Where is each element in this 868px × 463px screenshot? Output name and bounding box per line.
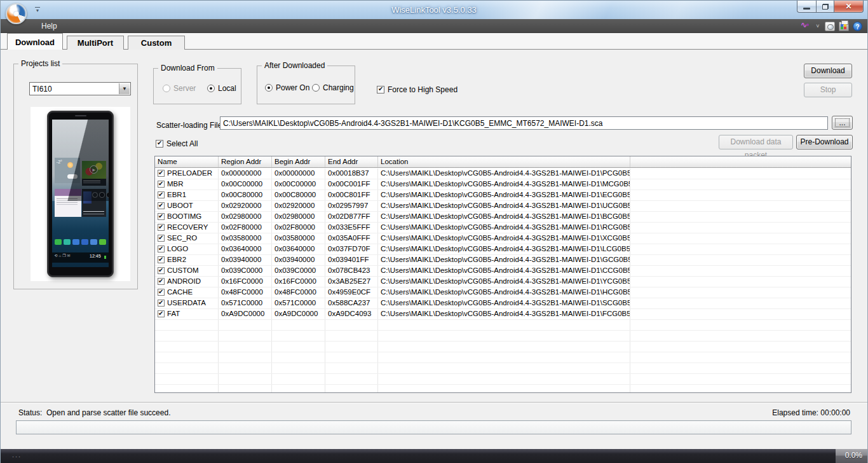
force-high-speed-checkbox[interactable]: Force to High Speed: [377, 85, 458, 94]
close-button[interactable]: ✕: [834, 1, 864, 13]
stop-button[interactable]: Stop: [804, 83, 852, 97]
row-checkbox[interactable]: [158, 300, 165, 307]
table-cell-begin: 0xA9DC0000: [272, 309, 325, 319]
tab-download[interactable]: Download: [7, 33, 63, 50]
table-row[interactable]: CACHE0x48FC00000x48FC00000x4959E0CFC:\Us…: [155, 287, 851, 298]
table-cell-begin: 0x02F80000: [272, 223, 325, 233]
download-button[interactable]: Download: [804, 64, 852, 78]
row-checkbox[interactable]: [158, 170, 165, 177]
table-cell-begin: 0x02980000: [272, 212, 325, 222]
row-checkbox[interactable]: [158, 181, 165, 188]
title-bar[interactable]: WiseLinkTool v3.5.0.33 ✕: [1, 0, 867, 19]
monitor-icon[interactable]: [825, 22, 835, 31]
table-cell-end: [325, 385, 378, 392]
table-row[interactable]: SEC_RO0x035800000x035800000x035A0FFFC:\U…: [155, 233, 851, 244]
row-checkbox[interactable]: [158, 289, 165, 296]
minimize-button[interactable]: [797, 1, 816, 13]
bottom-bar-dots: ...: [12, 451, 22, 459]
pre-download-button[interactable]: Pre-Download: [796, 135, 853, 149]
table-cell-region: [219, 374, 272, 384]
scatter-file-input[interactable]: [220, 116, 828, 130]
progress-percent: 0.0%: [836, 449, 867, 463]
table-cell-name: ANDROID: [155, 277, 219, 287]
table-cell-end: [325, 342, 378, 352]
signal-icon[interactable]: [801, 22, 811, 31]
row-checkbox[interactable]: [158, 224, 165, 231]
table-cell-filler: [630, 266, 851, 276]
column-header-region-addr[interactable]: Region Addr: [219, 156, 272, 167]
table-row[interactable]: EBR10x00C800000x00C800000x00C801FFC:\Use…: [155, 190, 851, 201]
radio-charging[interactable]: Charging: [312, 83, 354, 92]
column-header-end-addr[interactable]: End Addr: [325, 156, 378, 167]
table-row[interactable]: RECOVERY0x02F800000x02F800000x033E5FFFC:…: [155, 223, 851, 233]
table-row[interactable]: LOGO0x036400000x036400000x037FD70FC:\Use…: [155, 244, 851, 255]
help-menu[interactable]: Help: [36, 19, 62, 33]
progress-bar: [16, 420, 851, 434]
projects-dropdown-value: TI610: [32, 85, 52, 93]
tab-custom[interactable]: Custom: [128, 36, 185, 50]
table-cell-location: C:\Users\MAIKL\Desktop\vCG0B5-Android4.4…: [378, 169, 630, 179]
radio-power-on[interactable]: Power On: [265, 83, 309, 92]
table-cell-region: [219, 320, 272, 330]
table-row[interactable]: UBOOT0x029200000x029200000x02957997C:\Us…: [155, 201, 851, 212]
app-logo-icon[interactable]: [6, 3, 27, 24]
dropdown-arrow-icon[interactable]: ▼: [119, 83, 130, 94]
row-checkbox[interactable]: [158, 278, 165, 285]
table-row[interactable]: USERDATA0x571C00000x571C00000x588CA237C:…: [155, 298, 851, 309]
restore-button[interactable]: [816, 1, 834, 13]
table-cell-end: 0x035A0FFF: [325, 233, 378, 244]
table-cell-name: LOGO: [155, 244, 219, 254]
radio-server[interactable]: Server: [163, 84, 196, 93]
column-header-name[interactable]: Name: [155, 156, 219, 167]
row-checkbox[interactable]: [158, 245, 165, 252]
column-header-location[interactable]: Location: [378, 156, 630, 167]
row-checkbox[interactable]: [158, 202, 165, 209]
table-cell-name: EBR2: [155, 255, 219, 265]
printer-icon[interactable]: [839, 22, 849, 31]
partition-table-body: PRELOADER0x000000000x000000000x00018B37C…: [155, 169, 851, 392]
table-row[interactable]: ANDROID0x16FC00000x16FC00000x3AB25E27C:\…: [155, 277, 851, 287]
table-cell-name: [155, 374, 219, 384]
row-checkbox[interactable]: [158, 256, 165, 263]
select-all-check-icon: [156, 140, 163, 148]
table-row[interactable]: PRELOADER0x000000000x000000000x00018B37C…: [155, 169, 851, 179]
table-cell-end: 0x588CA237: [325, 298, 378, 308]
radio-local-icon: [207, 85, 215, 92]
row-checkbox[interactable]: [158, 213, 165, 220]
projects-dropdown[interactable]: TI610 ▼: [29, 82, 131, 95]
table-cell-name: [155, 331, 219, 341]
table-cell-name: CUSTOM: [155, 266, 219, 276]
table-row[interactable]: EBR20x039400000x039400000x039401FFC:\Use…: [155, 255, 851, 266]
table-cell-location: [378, 331, 630, 341]
radio-local[interactable]: Local: [207, 84, 236, 93]
tab-multiport[interactable]: MultiPort: [67, 36, 124, 50]
column-header-begin-addr[interactable]: Begin Addr: [272, 156, 325, 167]
download-data-packet-button[interactable]: Download data packet: [719, 135, 793, 149]
quick-access-chevron-icon[interactable]: [34, 6, 41, 13]
browse-button[interactable]: ...: [832, 116, 853, 130]
table-cell-location: C:\Users\MAIKL\Desktop\vCG0B5-Android4.4…: [378, 190, 630, 200]
table-row[interactable]: FAT0xA9DC00000xA9DC00000xA9DC4093C:\User…: [155, 309, 851, 320]
partition-table: Name Region Addr Begin Addr End Addr Loc…: [154, 156, 851, 393]
status-label: Status:: [18, 408, 42, 417]
browse-button-label: ...: [835, 118, 850, 127]
table-cell-region: 0x03940000: [219, 255, 272, 265]
status-message: Open and parse scatter file succeed.: [46, 408, 170, 417]
select-all-checkbox[interactable]: Select All: [156, 139, 198, 148]
table-row[interactable]: BOOTIMG0x029800000x029800000x02D877FFC:\…: [155, 212, 851, 223]
table-row[interactable]: CUSTOM0x039C00000x039C00000x078CB423C:\U…: [155, 266, 851, 277]
scatter-file-label: Scatter-loading File:: [156, 121, 224, 130]
after-downloaded-group: After Downloaded Power On Charging: [257, 66, 355, 104]
table-cell-filler: [630, 309, 851, 319]
table-cell-end: [325, 363, 378, 373]
row-checkbox[interactable]: [158, 310, 165, 317]
row-checkbox[interactable]: [158, 191, 165, 198]
row-checkbox[interactable]: [158, 235, 165, 242]
table-cell-region: [219, 342, 272, 352]
help-icon[interactable]: ?: [853, 22, 862, 31]
table-cell-location: [378, 342, 630, 352]
chevron-down-icon[interactable]: ˅: [815, 22, 821, 31]
table-cell-location: C:\Users\MAIKL\Desktop\vCG0B5-Android4.4…: [378, 287, 630, 298]
row-checkbox[interactable]: [158, 267, 165, 274]
table-row[interactable]: MBR0x00C000000x00C000000x00C001FFC:\User…: [155, 179, 851, 190]
